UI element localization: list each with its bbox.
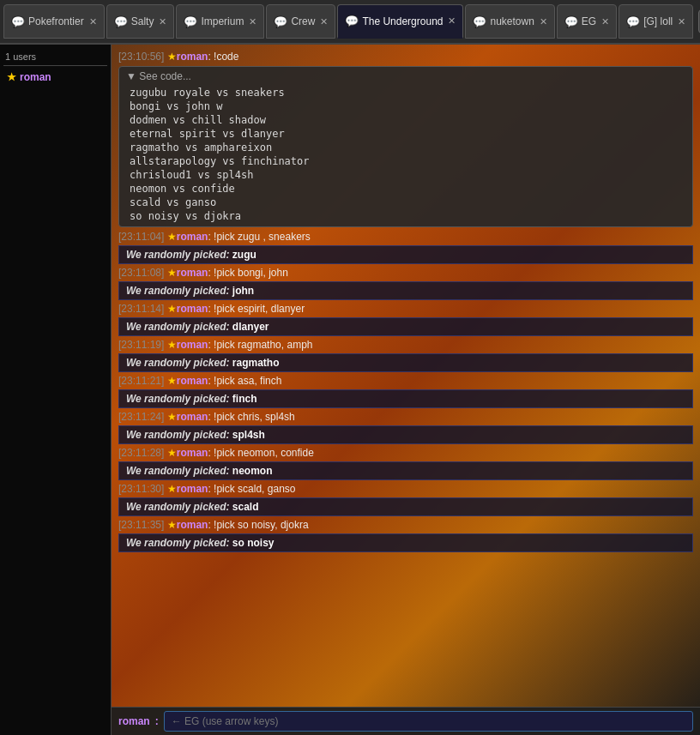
chat-line-6: [23:11:24] ★roman: !pick chris, spl4sh [118,409,693,425]
code-entry-5: allstarapology vs finchinator [130,154,685,168]
ts-8: [23:11:30] [118,483,164,495]
tab-chat-icon-4: 💬 [274,15,287,28]
result-value-6: spl4sh [232,429,265,441]
tab-pokefrontier-label: Pokefrontier [28,15,84,27]
tab-pokefrontier[interactable]: 💬 Pokefrontier ✕ [3,4,105,39]
tab-chat-icon-3: 💬 [184,15,197,28]
user-8: roman [177,483,208,495]
tab-chat-icon-8: 💬 [626,15,640,28]
tab-pokefrontier-close[interactable]: ✕ [89,16,97,27]
result-3: We randomly picked: dlanyer [118,317,693,336]
tab-underground-close[interactable]: ✕ [448,15,456,27]
tab-eg-close[interactable]: ✕ [601,16,609,27]
tab-salty[interactable]: 💬 Salty ✕ [106,4,175,39]
ts-1: [23:11:04] [118,231,164,243]
result-7: We randomly picked: neomon [118,461,693,480]
code-entry-2: dodmen vs chill shadow [130,113,685,127]
result-8: We randomly picked: scald [118,497,693,516]
result-label-7: We randomly picked: [126,465,232,477]
sidebar-user-roman[interactable]: ★ roman [3,69,107,85]
result-9: We randomly picked: so noisy [118,533,693,552]
input-area: roman : [112,707,700,735]
tab-nuketown-label: nuketown [490,15,534,27]
chat-messages[interactable]: [23:10:56] ★roman: !code ▼ See code... z… [112,45,700,707]
text-7: : !pick neomon, confide [208,447,313,459]
tab-salty-label: Salty [131,15,154,27]
code-entry-3: eternal spirit vs dlanyer [130,127,685,141]
tab-crew-close[interactable]: ✕ [320,16,328,27]
chat-input[interactable] [164,711,693,732]
ts-9: [23:11:35] [118,519,164,531]
code-list: zugubu royale vs sneakers bongi vs john … [126,86,685,223]
user-6: roman [177,411,208,423]
tab-chat-icon-5: 💬 [345,15,359,27]
star-0: ★ [167,51,177,63]
result-label-3: We randomly picked: [126,321,232,333]
input-username: roman [118,715,150,727]
code-entry-0: zugubu royale vs sneakers [130,86,685,99]
chat-line-9: [23:11:35] ★roman: !pick so noisy, djokr… [118,517,693,533]
user-1: roman [177,231,208,243]
tab-chat-icon-7: 💬 [564,15,578,28]
chat-line-4: [23:11:19] ★roman: !pick ragmatho, amph [118,337,693,352]
result-value-1: zugu [232,249,256,261]
code-entry-7: neomon vs confide [130,182,685,196]
tab-salty-close[interactable]: ✕ [159,16,166,27]
tab-gloll-close[interactable]: ✕ [678,16,685,27]
code-entry-4: ragmatho vs amphareixon [130,141,685,154]
user-5: roman [177,375,208,387]
tab-nuketown[interactable]: 💬 nuketown ✕ [465,4,554,39]
tab-gloll-label: [G] loll [643,15,673,27]
user-4: roman [177,339,208,351]
star-3: ★ [167,303,177,315]
result-label-9: We randomly picked: [126,537,232,549]
result-value-7: neomon [232,465,273,477]
sidebar: 1 users ★ roman [0,45,112,735]
result-6: We randomly picked: spl4sh [118,425,693,444]
result-value-2: john [232,285,254,297]
result-value-3: dlanyer [232,321,269,333]
input-colon: : [155,715,159,727]
text-9: : !pick so noisy, djokra [208,519,308,531]
code-entry-9: so noisy vs djokra [130,209,685,223]
tab-underground-label: The Underground [362,15,443,27]
chat-line-8: [23:11:30] ★roman: !pick scald, ganso [118,481,693,497]
text-8: : !pick scald, ganso [208,483,295,495]
user-3: roman [177,303,208,315]
star-8: ★ [167,483,177,495]
tab-chat-icon-2: 💬 [114,15,128,28]
result-value-8: scald [232,501,259,513]
ts-6: [23:11:24] [118,411,164,423]
text-6: : !pick chris, spl4sh [208,411,294,423]
tab-chat-icon: 💬 [11,15,25,28]
tab-chat-icon-6: 💬 [473,15,486,28]
result-2: We randomly picked: john [118,281,693,300]
result-value-9: so noisy [232,537,275,549]
tab-crew[interactable]: 💬 Crew ✕ [266,4,335,39]
result-4: We randomly picked: ragmatho [118,353,693,372]
ts-7: [23:11:28] [118,447,164,459]
result-label-4: We randomly picked: [126,357,232,369]
code-entry-1: bongi vs john w [130,99,685,113]
chat-line-3: [23:11:14] ★roman: !pick espirit, dlanye… [118,301,693,316]
text-4: : !pick ragmatho, amph [208,339,312,351]
code-entry-8: scald vs ganso [130,196,685,209]
tab-imperium[interactable]: 💬 Imperium ✕ [176,4,264,39]
chat-line-5: [23:11:21] ★roman: !pick asa, finch [118,373,693,389]
user-9: roman [177,519,208,531]
tab-underground[interactable]: 💬 The Underground ✕ [337,4,463,39]
tab-imperium-close[interactable]: ✕ [249,16,256,27]
tab-eg[interactable]: 💬 EG ✕ [557,4,617,39]
chat-line-1: [23:11:04] ★roman: !pick zugu , sneakers [118,229,693,244]
code-header[interactable]: ▼ See code... [126,70,685,82]
result-label-6: We randomly picked: [126,429,232,441]
result-5: We randomly picked: finch [118,389,693,408]
result-value-4: ragmatho [232,357,280,369]
tab-nuketown-close[interactable]: ✕ [540,16,547,27]
sidebar-user-name: roman [20,71,51,83]
result-label-8: We randomly picked: [126,501,232,513]
result-1: We randomly picked: zugu [118,245,693,264]
star-2: ★ [167,267,177,279]
tab-gloll[interactable]: 💬 [G] loll ✕ [619,4,693,39]
sidebar-user-rank: ★ [7,71,16,83]
